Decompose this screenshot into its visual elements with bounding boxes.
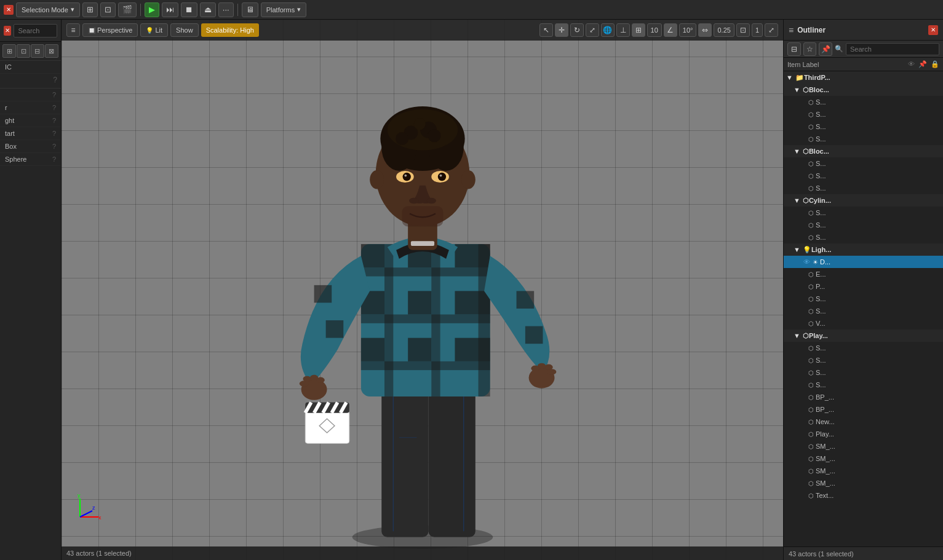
play-button[interactable]: ▶ <box>145 2 159 17</box>
maximize-btn[interactable]: ⤢ <box>765 23 778 37</box>
outliner-tree[interactable]: ▼ 📁 ThirdP... ▼ ⬡ Bloc... ⬡ S... ⬡ S... … <box>784 71 943 546</box>
help-icon-1[interactable]: ? <box>53 76 57 84</box>
cam-options-btn[interactable]: ⊡ <box>736 23 750 37</box>
left-item-start[interactable]: tart ? <box>0 127 61 140</box>
select-tool-btn[interactable]: ↖ <box>539 23 553 37</box>
cam-speed-badge[interactable]: 1 <box>752 23 763 37</box>
tree-label-s15: S... <box>816 369 826 376</box>
grid-btn[interactable]: ⊞ <box>632 23 645 37</box>
outliner-close-btn[interactable]: ✕ <box>928 25 938 35</box>
hamburger-menu-btn[interactable]: ≡ <box>66 23 80 37</box>
left-icon-4[interactable]: ⊠ <box>45 44 58 58</box>
tree-item-s11[interactable]: ⬡ S... <box>784 293 943 305</box>
star-filter-btn[interactable]: ☆ <box>803 42 817 56</box>
tree-item-p[interactable]: ⬡ P... <box>784 280 943 293</box>
tree-item-v[interactable]: ⬡ V... <box>784 317 943 329</box>
svg-point-55 <box>409 198 418 204</box>
tree-group-thirdp[interactable]: ▼ 📁 ThirdP... <box>784 71 943 84</box>
tree-item-s1[interactable]: ⬡ S... <box>784 96 943 108</box>
left-icon-2[interactable]: ⊡ <box>17 44 30 58</box>
transform-tool-2[interactable]: ⊡ <box>100 2 116 17</box>
angle-snap-btn[interactable]: ∠ <box>664 23 677 37</box>
left-item-r[interactable]: r ? <box>0 101 61 114</box>
tree-item-s5[interactable]: ⬡ S... <box>784 157 943 170</box>
outliner-search-input[interactable] <box>846 43 939 55</box>
viewport[interactable]: ≡ 🔲 Perspective 💡 Lit Show Scalability: … <box>62 20 783 560</box>
left-icon-1[interactable]: ⊞ <box>2 44 16 58</box>
left-item-sphere[interactable]: Sphere ? <box>0 153 61 166</box>
transform-tool-3[interactable]: 🎬 <box>118 2 137 17</box>
left-item-box[interactable]: Box ? <box>0 140 61 153</box>
tree-item-s15[interactable]: ⬡ S... <box>784 366 943 379</box>
tree-item-play2[interactable]: ⬡ Play... <box>784 428 943 440</box>
left-search-input[interactable] <box>14 24 57 37</box>
tree-item-s12[interactable]: ⬡ S... <box>784 305 943 317</box>
tree-item-s10[interactable]: ⬡ S... <box>784 231 943 243</box>
left-item-2[interactable]: ? <box>0 89 61 101</box>
svg-point-28 <box>303 376 311 382</box>
play-step-button[interactable]: ⏭ <box>162 2 178 17</box>
transform-tool-1[interactable]: ⊞ <box>82 2 98 17</box>
tree-item-sm3[interactable]: ⬡ SM_... <box>784 465 943 477</box>
selection-mode-dropdown[interactable]: Selection Mode ▾ <box>16 2 80 17</box>
lit-btn[interactable]: 💡 Lit <box>140 23 168 37</box>
stop-button[interactable]: ⏹ <box>181 2 197 17</box>
tree-group-cylin[interactable]: ▼ ⬡ Cylin... <box>784 194 943 207</box>
tree-item-bp1[interactable]: ⬡ BP_... <box>784 391 943 403</box>
perspective-btn[interactable]: 🔲 Perspective <box>82 23 138 37</box>
left-item-ic[interactable]: IC <box>0 61 61 74</box>
help-icon-4[interactable]: ? <box>52 117 56 124</box>
tree-item-bp2[interactable]: ⬡ BP_... <box>784 403 943 416</box>
grid-size-badge[interactable]: 10 <box>647 23 662 37</box>
tree-group-play[interactable]: ▼ ⬡ Play... <box>784 329 943 342</box>
tree-group-bloc1[interactable]: ▼ ⬡ Bloc... <box>784 84 943 96</box>
tree-item-d-selected[interactable]: 👁 ☀ D... <box>784 256 943 268</box>
help-icon-2[interactable]: ? <box>52 91 56 98</box>
tree-item-s3[interactable]: ⬡ S... <box>784 120 943 133</box>
tree-group-light[interactable]: ▼ 💡 Ligh... <box>784 243 943 256</box>
tree-item-sm4[interactable]: ⬡ SM_... <box>784 477 943 489</box>
tree-item-s6[interactable]: ⬡ S... <box>784 170 943 182</box>
tree-item-s9[interactable]: ⬡ S... <box>784 219 943 231</box>
tree-item-s8[interactable]: ⬡ S... <box>784 207 943 219</box>
tree-item-s2[interactable]: ⬡ S... <box>784 108 943 120</box>
close-button[interactable]: ✕ <box>4 5 14 15</box>
help-icon-6[interactable]: ? <box>52 143 56 150</box>
tree-item-s4[interactable]: ⬡ S... <box>784 133 943 145</box>
world-icon-btn[interactable]: 🌐 <box>601 23 615 37</box>
platforms-dropdown[interactable]: Platforms ▾ <box>261 2 306 17</box>
tree-label-d: D... <box>820 258 830 266</box>
tree-item-sm2[interactable]: ⬡ SM_... <box>784 452 943 465</box>
tree-item-new[interactable]: ⬡ New... <box>784 416 943 428</box>
tree-item-sm1[interactable]: ⬡ SM_... <box>784 440 943 452</box>
left-item-light[interactable]: ght ? <box>0 114 61 127</box>
show-btn[interactable]: Show <box>170 23 199 37</box>
help-icon-3[interactable]: ? <box>52 104 56 111</box>
pin-filter-btn[interactable]: 📌 <box>819 42 832 56</box>
tree-item-s16[interactable]: ⬡ S... <box>784 379 943 391</box>
help-icon-7[interactable]: ? <box>52 156 56 163</box>
left-panel-close[interactable]: ✕ <box>4 26 11 36</box>
scale-tool-btn[interactable]: ⤢ <box>586 23 599 37</box>
help-icon-5[interactable]: ? <box>52 130 56 137</box>
tree-group-bloc2[interactable]: ▼ ⬡ Bloc... <box>784 145 943 157</box>
filter-icon-btn[interactable]: ⊟ <box>787 42 801 56</box>
scalability-btn[interactable]: Scalability: High <box>201 23 259 37</box>
rotate-tool-btn[interactable]: ↻ <box>570 23 584 37</box>
platforms-icon[interactable]: 🖥 <box>242 2 258 17</box>
more-options-button[interactable]: ··· <box>218 2 234 17</box>
scale-snap-btn[interactable]: ⇔ <box>698 23 712 37</box>
eject-button[interactable]: ⏏ <box>200 2 216 17</box>
translate-tool-btn[interactable]: ✛ <box>555 23 568 37</box>
tree-item-s14[interactable]: ⬡ S... <box>784 354 943 366</box>
surface-snap-btn[interactable]: ⊥ <box>616 23 630 37</box>
tree-item-text[interactable]: ⬡ Text... <box>784 489 943 502</box>
svg-text:z: z <box>92 505 95 511</box>
tree-item-s13[interactable]: ⬡ S... <box>784 342 943 354</box>
angle-value-badge[interactable]: 10° <box>679 23 697 37</box>
tree-item-s7[interactable]: ⬡ S... <box>784 182 943 194</box>
tree-item-e[interactable]: ⬡ E... <box>784 268 943 280</box>
scale-value-badge[interactable]: 0.25 <box>714 23 734 37</box>
left-item-r-label: r <box>5 104 7 111</box>
left-icon-3[interactable]: ⊟ <box>31 44 44 58</box>
